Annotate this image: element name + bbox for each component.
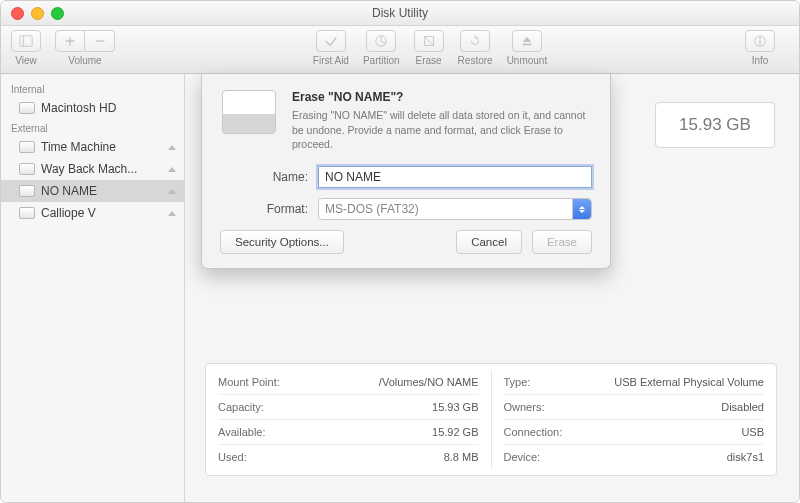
disk-icon xyxy=(19,207,35,219)
eject-icon[interactable] xyxy=(168,189,176,194)
info-label: Info xyxy=(752,55,769,66)
eject-icon[interactable] xyxy=(168,211,176,216)
restore-label: Restore xyxy=(458,55,493,66)
info-icon xyxy=(753,34,767,48)
sidebar-icon xyxy=(19,34,33,48)
info-button[interactable] xyxy=(745,30,775,52)
sheet-description: Erasing "NO NAME" will delete all data s… xyxy=(292,108,592,152)
sidebar-item-time-machine[interactable]: Time Machine xyxy=(1,136,184,158)
unmount-button[interactable] xyxy=(512,30,542,52)
partition-icon xyxy=(374,34,388,48)
unmount-label: Unmount xyxy=(507,55,548,66)
window-title: Disk Utility xyxy=(1,6,799,20)
volume-label: Volume xyxy=(68,55,101,66)
eject-icon[interactable] xyxy=(168,167,176,172)
security-options-button[interactable]: Security Options... xyxy=(220,230,344,254)
volume-remove-button[interactable] xyxy=(85,30,115,52)
erase-icon xyxy=(422,34,436,48)
sidebar-item-label: Calliope V xyxy=(41,206,162,220)
sidebar-item-way-back-machine[interactable]: Way Back Mach... xyxy=(1,158,184,180)
format-selected-value: MS-DOS (FAT32) xyxy=(325,202,419,216)
disk-icon xyxy=(19,185,35,197)
sidebar-item-no-name[interactable]: NO NAME xyxy=(1,180,184,202)
partition-button[interactable] xyxy=(366,30,396,52)
disk-utility-window: Disk Utility View Volume xyxy=(0,0,800,503)
detail-key: Capacity: xyxy=(218,401,264,413)
eject-icon xyxy=(520,34,534,48)
svg-rect-8 xyxy=(759,40,760,44)
sidebar-section-external: External xyxy=(1,119,184,136)
detail-value: USB External Physical Volume xyxy=(614,376,764,388)
view-button[interactable] xyxy=(11,30,41,52)
sidebar-item-calliope-v[interactable]: Calliope V xyxy=(1,202,184,224)
detail-value: 8.8 MB xyxy=(444,451,479,463)
name-label: Name: xyxy=(220,170,318,184)
sidebar-item-macintosh-hd[interactable]: Macintosh HD xyxy=(1,97,184,119)
volume-details: Mount Point:/Volumes/NO NAME Capacity:15… xyxy=(205,363,777,476)
detail-key: Available: xyxy=(218,426,266,438)
sidebar-item-label: NO NAME xyxy=(41,184,162,198)
sidebar-item-label: Macintosh HD xyxy=(41,101,176,115)
chevron-up-down-icon xyxy=(572,199,591,219)
detail-key: Type: xyxy=(504,376,531,388)
volume-add-button[interactable] xyxy=(55,30,85,52)
eject-icon[interactable] xyxy=(168,145,176,150)
titlebar: Disk Utility xyxy=(1,1,799,26)
name-field[interactable] xyxy=(318,166,592,188)
detail-value: 15.92 GB xyxy=(432,426,478,438)
detail-value: 15.93 GB xyxy=(432,401,478,413)
detail-value: USB xyxy=(741,426,764,438)
volume-size-box: 15.93 GB xyxy=(655,102,775,148)
view-label: View xyxy=(15,55,37,66)
svg-line-4 xyxy=(424,37,433,46)
first-aid-label: First Aid xyxy=(313,55,349,66)
minus-icon xyxy=(93,34,107,48)
detail-value: disk7s1 xyxy=(727,451,764,463)
detail-key: Mount Point: xyxy=(218,376,280,388)
format-select[interactable]: MS-DOS (FAT32) xyxy=(318,198,592,220)
svg-rect-0 xyxy=(20,36,32,47)
detail-key: Device: xyxy=(504,451,541,463)
erase-toolbar-button[interactable] xyxy=(414,30,444,52)
cancel-button[interactable]: Cancel xyxy=(456,230,522,254)
disk-icon xyxy=(19,102,35,114)
detail-key: Owners: xyxy=(504,401,545,413)
erase-toolbar-label: Erase xyxy=(416,55,442,66)
sidebar-item-label: Time Machine xyxy=(41,140,162,154)
sidebar-item-label: Way Back Mach... xyxy=(41,162,162,176)
format-label: Format: xyxy=(220,202,318,216)
erase-sheet: Erase "NO NAME"? Erasing "NO NAME" will … xyxy=(201,74,611,269)
toolbar: View Volume First Aid Parti xyxy=(1,26,799,74)
disk-large-icon xyxy=(220,90,278,152)
erase-button[interactable]: Erase xyxy=(532,230,592,254)
svg-rect-5 xyxy=(523,44,532,46)
partition-label: Partition xyxy=(363,55,400,66)
restore-button[interactable] xyxy=(460,30,490,52)
detail-value: /Volumes/NO NAME xyxy=(379,376,479,388)
detail-key: Connection: xyxy=(504,426,563,438)
sidebar: Internal Macintosh HD External Time Mach… xyxy=(1,74,185,502)
detail-key: Used: xyxy=(218,451,247,463)
first-aid-icon xyxy=(324,34,338,48)
disk-icon xyxy=(19,141,35,153)
first-aid-button[interactable] xyxy=(316,30,346,52)
sheet-title: Erase "NO NAME"? xyxy=(292,90,592,104)
sidebar-section-internal: Internal xyxy=(1,80,184,97)
restore-icon xyxy=(468,34,482,48)
volume-size-value: 15.93 GB xyxy=(679,115,751,135)
detail-value: Disabled xyxy=(721,401,764,413)
svg-point-7 xyxy=(759,38,761,40)
plus-icon xyxy=(63,34,77,48)
disk-icon xyxy=(19,163,35,175)
